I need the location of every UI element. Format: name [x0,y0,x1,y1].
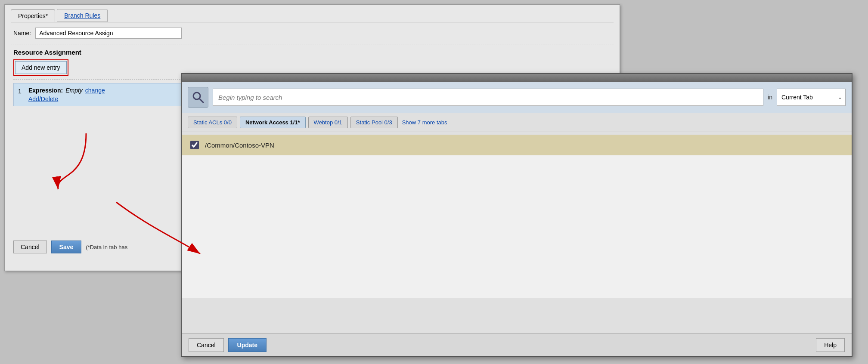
name-row: Name: [5,22,620,44]
expression-label: Expression: [28,87,63,94]
popup-bottom: Cancel Update Help [182,333,852,356]
popup-cancel-button[interactable]: Cancel [189,338,224,352]
checked-item-row: /Common/Contoso-VPN [182,135,852,155]
search-input[interactable] [213,89,763,106]
add-entry-btn-wrapper: Add new entry [13,59,68,76]
popup-dialog: in Current Tab All Tabs ⌄ Static ACLs 0/… [181,73,852,357]
data-note: (*Data in tab has [86,244,127,250]
search-icon [188,87,208,108]
tabs-row: Properties* Branch Rules [5,5,620,22]
entry-number: 1 [18,87,24,95]
name-input[interactable] [35,28,182,39]
svg-line-1 [199,99,203,102]
popup-help-button[interactable]: Help [816,338,845,352]
tab-static-acls[interactable]: Static ACLs 0/0 [188,117,237,128]
tab-static-pool[interactable]: Static Pool 0/3 [350,117,398,128]
tab-branch-rules[interactable]: Branch Rules [57,9,108,22]
item-checkbox[interactable] [190,141,199,149]
bottom-buttons: Cancel Save (*Data in tab has [13,241,127,253]
save-button[interactable]: Save [51,241,82,253]
cancel-button[interactable]: Cancel [13,241,47,253]
add-new-entry-button[interactable]: Add new entry [15,61,67,74]
name-label: Name: [13,30,31,37]
show-more-tabs-link[interactable]: Show 7 more tabs [402,119,447,126]
resource-section-title: Resource Assignment [13,49,611,56]
popup-content: /Common/Contoso-VPN [182,135,852,298]
tab-webtop[interactable]: Webtop 0/1 [308,117,348,128]
item-path: /Common/Contoso-VPN [205,142,274,149]
popup-topbar [182,74,852,82]
tab-network-access[interactable]: Network Access 1/1* [240,117,306,128]
expression-value: Empty [65,87,83,94]
change-link[interactable]: change [85,87,105,94]
tab-properties[interactable]: Properties* [11,9,55,22]
popup-update-button[interactable]: Update [228,338,267,352]
add-delete-link[interactable]: Add/Delete [28,96,58,102]
scope-select[interactable]: Current Tab All Tabs [777,89,846,106]
scope-wrapper: Current Tab All Tabs ⌄ [777,89,846,106]
popup-tabs-row: Static ACLs 0/0 Network Access 1/1* Webt… [182,113,852,132]
search-row: in Current Tab All Tabs ⌄ [182,82,852,113]
in-label: in [768,94,772,101]
